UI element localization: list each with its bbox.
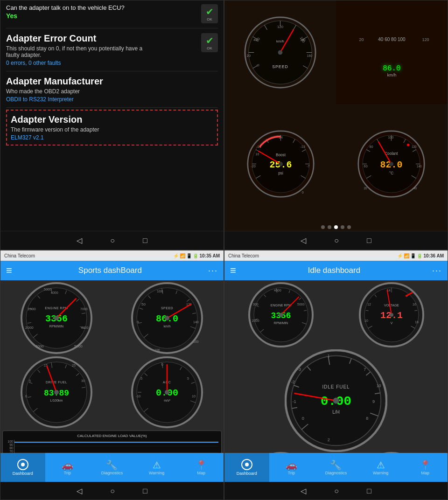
hamburger-button-bl[interactable]: ≡ <box>6 264 12 277</box>
chart-y-axis: 100 90 80 70 60 50 40 30 20 10 <box>6 440 14 453</box>
error-check: ✔ OK <box>201 33 218 52</box>
nav-warning-bl[interactable]: ⚠ Warning <box>134 453 179 482</box>
chart-title-bl: CALCULATED ENGINE LOAD VALUE(%) <box>6 434 218 438</box>
map-label-bl: Map <box>197 471 205 475</box>
app-header-br: ≡ Idle dashboard ··· <box>224 261 448 280</box>
nav-dashboard-bl[interactable]: Dashboard <box>0 453 45 482</box>
voltage-gauge: 10 12 14 16 18 VOLTAGE 12.1 V <box>337 282 446 347</box>
svg-rect-23 <box>355 27 429 64</box>
speed-gauge-bl: 0 50 100 120 140 160 190 SPEED 86.0 km/h <box>113 282 222 354</box>
nav-warning-br[interactable]: ⚠ Warning <box>358 453 403 482</box>
warning-label-bl: Warning <box>149 471 164 475</box>
adapter-settings-scroll[interactable]: Can the adapter talk on to the vehicle E… <box>0 0 224 231</box>
hamburger-button-br[interactable]: ≡ <box>230 264 236 277</box>
boost-gauge: -20 -13 -13 -7 24 16 0 Boost 25.6 psi <box>226 106 335 222</box>
dashboard-label-br: Dashboard <box>237 471 257 476</box>
dots-button-bl[interactable]: ··· <box>208 266 218 276</box>
square-button-br[interactable]: □ <box>367 487 371 495</box>
home-button-tl[interactable]: ○ <box>110 236 115 245</box>
svg-text:6000: 6000 <box>81 326 89 329</box>
trip-icon-bl: 🚗 <box>62 459 73 471</box>
svg-point-68 <box>407 144 409 146</box>
signal-icon-bl: 📱 <box>186 253 192 258</box>
bluetooth-icon-br: ⚡ <box>397 253 403 258</box>
diagnostics-icon-br: 🔧 <box>330 459 342 471</box>
dashboard-icon-bl <box>17 459 28 470</box>
error-check-icon: ✔ <box>204 35 215 46</box>
svg-text:5: 5 <box>187 377 189 380</box>
svg-text:L/100km: L/100km <box>50 399 63 402</box>
svg-point-140 <box>54 390 59 395</box>
back-button-br[interactable]: ◁ <box>301 486 306 495</box>
adapter-error-count-item: Adapter Error Count This should stay on … <box>6 28 218 71</box>
status-bar-bl: China Telecom ⚡ 📶 📱 🔋 10:35 AM <box>0 250 224 261</box>
back-button-tr[interactable]: ◁ <box>301 236 306 245</box>
back-button-tl[interactable]: ◁ <box>77 236 82 245</box>
diagnostics-label-bl: Diagnostics <box>101 471 123 475</box>
back-button-bl[interactable]: ◁ <box>77 486 82 495</box>
svg-text:Boost: Boost <box>276 153 286 157</box>
home-button-br[interactable]: ○ <box>334 487 339 495</box>
time-br: 10:36 AM <box>423 253 444 258</box>
trip-icon-br: 🚗 <box>286 459 297 471</box>
svg-text:10: 10 <box>377 384 381 388</box>
svg-text:IDLE FUEL: IDLE FUEL <box>322 384 350 389</box>
svg-text:140: 140 <box>417 164 422 167</box>
square-button-bl[interactable]: □ <box>143 487 147 495</box>
adapter-manufacturer-item: Adapter Manufacturer Who made the OBD2 a… <box>6 71 218 108</box>
page-title-bl: Sports dashBoard <box>78 266 142 275</box>
manufacturer-value: OBDII to RS232 Interpreter <box>6 96 218 103</box>
svg-text:ENGINE RPM: ENGINE RPM <box>270 304 291 307</box>
svg-text:SPEED: SPEED <box>272 64 288 69</box>
nav-diagnostics-br[interactable]: 🔧 Diagnostics <box>314 453 358 482</box>
home-button-bl[interactable]: ○ <box>110 487 115 495</box>
version-value: ELM327 v2.1 <box>11 134 213 141</box>
svg-point-120 <box>165 316 169 320</box>
signal-icon-br: 📱 <box>410 253 416 258</box>
square-button-tr[interactable]: □ <box>367 236 371 245</box>
dashboard-label-bl: Dashboard <box>13 471 33 476</box>
manufacturer-desc: Who made the OBD2 adapter <box>6 88 218 95</box>
nav-diagnostics-bl[interactable]: 🔧 Diagnostics <box>90 453 134 482</box>
diagnostics-icon-bl: 🔧 <box>106 459 118 471</box>
svg-text:km/h: km/h <box>276 39 284 43</box>
svg-text:16: 16 <box>255 152 259 156</box>
status-icons-bl: ⚡ 📶 📱 🔋 10:35 AM <box>173 253 220 258</box>
svg-text:3000: 3000 <box>35 344 44 348</box>
svg-text:4000: 4000 <box>274 289 281 292</box>
version-desc: The firmware version of the adapter <box>11 126 213 133</box>
adapter-communicate-item: Can the adapter talk on to the vehicle E… <box>6 4 218 28</box>
svg-text:190: 190 <box>154 348 160 352</box>
status-bar-br: China Telecom ⚡ 📶 📱 🔋 10:36 AM <box>224 250 448 261</box>
error-count-value: 0 errors, 0 other faults <box>6 60 197 66</box>
manufacturer-title: Adapter Manufacturer <box>6 76 218 87</box>
svg-text:ENGINE RPM: ENGINE RPM <box>45 306 68 310</box>
android-nav-tr: ◁ ○ □ <box>224 231 448 250</box>
svg-text:0: 0 <box>161 363 163 366</box>
speed-gauge-tr: 0 60 120 180 20 40 140 160 km/h SPEED <box>224 0 336 104</box>
nav-trip-bl[interactable]: 🚗 Trip <box>45 453 90 482</box>
page-title-br: Idle dashboard <box>308 266 360 275</box>
svg-point-97 <box>54 316 59 320</box>
svg-text:140: 140 <box>300 38 306 42</box>
nav-dashboard-br[interactable]: Dashboard <box>224 453 269 482</box>
square-button-tl[interactable]: □ <box>143 236 147 245</box>
idle-fuel-gauge: -2 -1 0 2 8 9 -3 1 7 10 IDLE FUEL 0.00 L… <box>224 349 448 452</box>
speed-unit-tr: km/h <box>387 73 397 77</box>
dashboard-icon-br <box>241 459 252 470</box>
svg-text:160: 160 <box>193 340 199 343</box>
nav-map-br[interactable]: 📍 Map <box>403 453 448 482</box>
home-button-tr[interactable]: ○ <box>334 236 339 245</box>
nav-trip-br[interactable]: 🚗 Trip <box>269 453 314 482</box>
top-right-quadrant: 0 60 120 180 20 40 140 160 km/h SPEED <box>224 0 448 250</box>
svg-text:Coolant: Coolant <box>385 151 398 155</box>
map-icon-br: 📍 <box>420 459 431 471</box>
svg-point-73 <box>389 162 393 166</box>
check-icon: ✔ <box>204 6 215 17</box>
svg-text:-40: -40 <box>413 187 417 190</box>
svg-text:-13: -13 <box>300 145 305 149</box>
nav-map-bl[interactable]: 📍 Map <box>179 453 224 482</box>
svg-text:L/H: L/H <box>332 410 340 415</box>
svg-text:-3: -3 <box>298 368 301 372</box>
dots-button-br[interactable]: ··· <box>432 266 442 276</box>
